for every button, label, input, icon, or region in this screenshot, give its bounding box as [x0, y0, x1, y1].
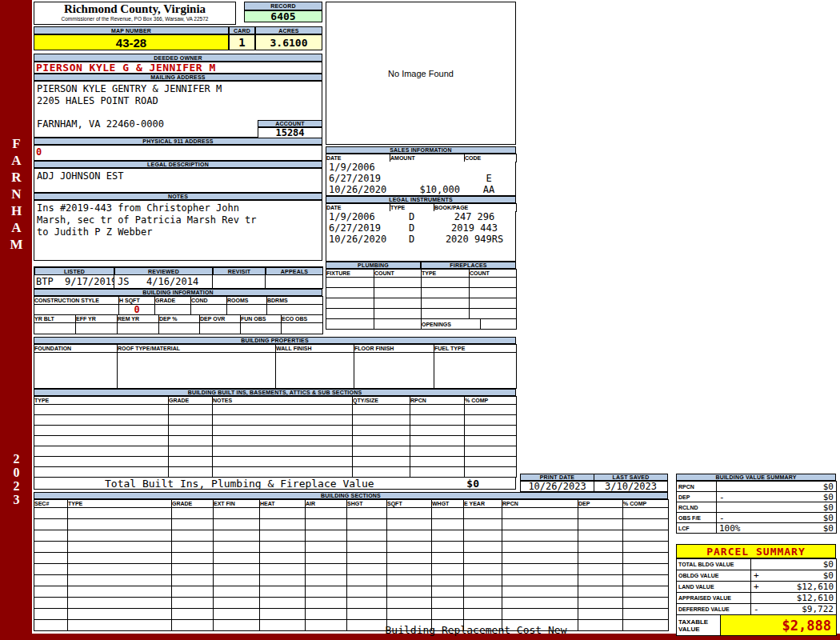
instr-type-cell: D: [390, 234, 434, 245]
listed-value[interactable]: BTP 9/17/2019: [34, 275, 114, 289]
parcel-row-value[interactable]: $0: [823, 559, 834, 570]
sec-sqft-cell: [387, 508, 432, 519]
fireplaces-type-cell: [422, 278, 470, 288]
sec-sqft-cell: [387, 519, 432, 530]
sub-qty-cell: [353, 426, 410, 436]
bvs-row-value[interactable]: $0: [823, 492, 834, 502]
record-value[interactable]: 6405: [244, 10, 322, 22]
building-section-empty-row: [34, 598, 669, 609]
parcel-row-value[interactable]: $12,610: [797, 593, 834, 603]
physical-address-value[interactable]: 0: [34, 145, 322, 161]
sec-air-cell: [306, 609, 347, 620]
built-ins-total-value: $0: [466, 478, 515, 490]
sec-dep-cell: [578, 530, 623, 542]
acres-label: ACRES: [255, 26, 322, 34]
plumbing-fixture-cell: [326, 319, 374, 330]
instr-type-cell: D: [390, 222, 434, 234]
bvs-row-label: RCLND: [677, 502, 717, 513]
property-record-card: { "sidebar": { "district": "FARNHAM", "y…: [0, 0, 840, 640]
fireplaces-type-cell: [422, 288, 470, 298]
sec-heat-cell: [260, 530, 306, 542]
sec-shgt-cell: [347, 542, 387, 553]
bp-floor-finish-value[interactable]: [354, 353, 434, 389]
building-section-empty-row: [34, 553, 669, 564]
bvs-row-value[interactable]: $0: [823, 502, 834, 513]
bvs-row: DEP -$0: [677, 492, 837, 502]
bi-ecoobs-value[interactable]: [282, 323, 323, 334]
bi-remyr-value[interactable]: [118, 323, 159, 334]
instrument-row[interactable]: 6/27/2019 D 2019 443: [326, 222, 515, 234]
sub-type-cell: [34, 415, 169, 426]
sale-code-cell: [463, 162, 514, 173]
reviewed-value[interactable]: JS 4/16/2014: [114, 275, 213, 289]
sec-sqft-cell: [387, 553, 432, 564]
acres-value[interactable]: 3.6100: [255, 34, 322, 50]
taxable-value-row: TAXABLE VALUE $2,888: [676, 614, 837, 636]
building-section-empty-row: [34, 586, 669, 598]
sales-row[interactable]: 1/9/2006: [326, 162, 515, 173]
notes-line-2: Marsh, sec tr of Patricia Marsh Rev tr: [37, 214, 322, 226]
sec-extfin-cell: [214, 620, 260, 631]
sec-shgt-cell: [347, 530, 387, 542]
bp-wall-finish-value[interactable]: [276, 353, 354, 389]
sec-whgt-cell: [432, 508, 464, 519]
bp-fuel-type-value[interactable]: [434, 353, 517, 389]
built-ins-total-row: Total Built Ins, Plumbing & Fireplace Va…: [34, 477, 516, 490]
bvs-row-value[interactable]: $0: [823, 513, 834, 523]
instrument-row[interactable]: 1/9/2006 D 247 296: [326, 211, 515, 222]
parcel-row-value[interactable]: $9,722: [802, 604, 834, 614]
sec-type-cell: [68, 586, 172, 598]
sales-row[interactable]: 6/27/2019 E: [326, 173, 515, 184]
instrument-row[interactable]: 10/26/2020 D 2020 949RS: [326, 234, 515, 245]
bvs-row-value[interactable]: $0: [823, 523, 834, 534]
plumbing-fixture-cell: [326, 288, 374, 298]
sec-num-cell: [34, 530, 68, 542]
sec-rpcn-cell: [502, 508, 578, 519]
sub-grade-cell: [169, 457, 213, 467]
sec-whgt-cell: [432, 519, 464, 530]
deeded-owner-label: DEEDED OWNER: [34, 54, 322, 62]
bi-yrblt-value[interactable]: [34, 323, 76, 334]
sec-heat-cell: [260, 586, 306, 598]
bvs-row-value[interactable]: $0: [823, 482, 834, 492]
plumbing-fixture-cell: [326, 309, 374, 319]
parcel-row-value[interactable]: $12,610: [797, 582, 834, 592]
plumbing-count-cell: [374, 298, 422, 309]
sales-row[interactable]: 10/26/2020 $10,000 AA: [326, 184, 515, 195]
sub-rpcn-cell: [410, 457, 465, 467]
card-value[interactable]: 1: [229, 34, 255, 50]
sec-grade-cell: [172, 519, 214, 530]
deeded-owner-value[interactable]: PIERSON KYLE G & JENNIFER M: [34, 62, 322, 74]
sec-dep-cell: [578, 609, 623, 620]
sec-extfin-cell: [214, 609, 260, 620]
sec-shgt-cell: [347, 564, 387, 575]
bi-funobs-value[interactable]: [241, 323, 282, 334]
sec-dep-cell: [578, 575, 623, 586]
sub-pct-cell: [465, 426, 517, 436]
revisit-value[interactable]: [213, 275, 266, 289]
bp-roof-value[interactable]: [118, 353, 276, 389]
bp-foundation-value[interactable]: [34, 353, 118, 389]
sec-grade-cell: [172, 620, 214, 631]
bi-effyr-value[interactable]: [76, 323, 118, 334]
notes-block[interactable]: Ins #2019-443 from Christopher John Mars…: [34, 200, 322, 261]
building-section-empty-row: [34, 508, 669, 519]
bvs-row-label: OBS F/E: [677, 513, 717, 523]
parcel-row-value[interactable]: $0: [823, 570, 834, 581]
notes-line-3: to Judith P Z Webber: [37, 226, 322, 238]
built-ins-title: BUILDING BUILT INS, BASEMENTS, ATTICS & …: [34, 389, 516, 396]
bi-depovr-value[interactable]: [200, 323, 241, 334]
map-number-value[interactable]: 43-28: [34, 34, 229, 50]
sale-code-cell: AA: [463, 184, 514, 195]
bi-dep-pct-value[interactable]: [159, 323, 200, 334]
sub-type-cell: [34, 426, 169, 436]
account-value[interactable]: 15284: [258, 127, 322, 138]
appeals-value[interactable]: [266, 275, 323, 289]
taxable-value-amount[interactable]: $2,888: [721, 615, 837, 636]
sec-shgt-cell: [347, 508, 387, 519]
sale-amount-cell: [390, 173, 463, 184]
instruments-rows: 1/9/2006 D 247 296 6/27/2019 D 2019 443 …: [326, 211, 516, 262]
sub-grade-cell: [169, 446, 213, 457]
legal-description-value[interactable]: ADJ JOHNSON EST: [34, 168, 322, 193]
sub-rpcn-cell: [410, 405, 465, 415]
